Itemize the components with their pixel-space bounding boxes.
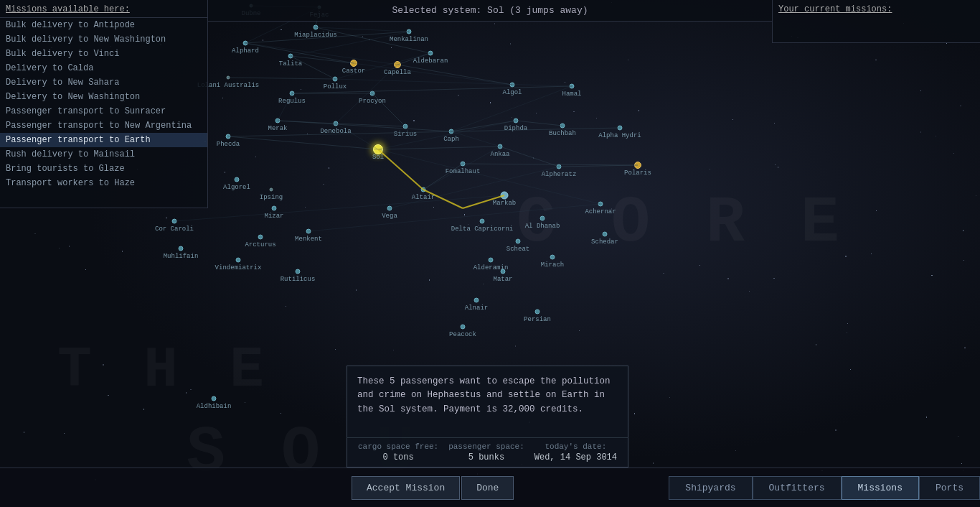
star-node-buchbah[interactable] <box>560 124 565 129</box>
star-node-peacock[interactable] <box>461 325 466 330</box>
star-node-ankaa[interactable] <box>498 144 503 149</box>
star-node-capella[interactable] <box>394 61 401 68</box>
cargo-stat: cargo space free: 0 tons <box>358 442 438 462</box>
mission-item-7[interactable]: Passenger transport to New Argentina <box>0 118 207 133</box>
mission-item-11[interactable]: Transport workers to Haze <box>0 176 207 190</box>
star-node-miaplacidus[interactable] <box>314 25 319 30</box>
mission-list-header: Missions available here: <box>0 0 207 18</box>
current-missions-panel: Your current missions: <box>772 0 980 43</box>
passenger-stat: passenger space: 5 bunks <box>448 442 524 462</box>
star-node-mizar[interactable] <box>272 206 277 211</box>
star-node-merak[interactable] <box>275 118 281 124</box>
star-node-lolani-australis[interactable] <box>227 76 230 80</box>
star-node-muhlifain[interactable] <box>179 246 184 251</box>
star-node-delta-capricorni[interactable] <box>480 219 485 224</box>
mission-item-1[interactable]: Bulk delivery to New Washington <box>0 32 207 47</box>
date-label: today's date: <box>545 442 606 451</box>
date-value: Wed, 14 Sep 3014 <box>534 452 617 462</box>
done-button[interactable]: Done <box>461 476 514 500</box>
star-node-alpheratz[interactable] <box>557 164 562 169</box>
mission-item-3[interactable]: Delivery to Calda <box>0 61 207 75</box>
mission-item-2[interactable]: Bulk delivery to Vinci <box>0 47 207 61</box>
star-node-persian[interactable] <box>535 310 540 315</box>
star-node-al-dhanab[interactable] <box>540 216 545 221</box>
mission-item-5[interactable]: Delivery to New Washington <box>0 90 207 104</box>
action-buttons: Accept Mission Done <box>352 476 514 500</box>
top-header: Selected system: Sol (3 jumps away) <box>208 0 772 22</box>
star-node-regulus[interactable] <box>290 91 295 96</box>
star-node-algorel[interactable] <box>235 177 240 182</box>
star-node-castor[interactable] <box>350 60 357 67</box>
mission-item-8[interactable]: Passenger transport to Earth <box>0 133 207 147</box>
star-node-procyon[interactable] <box>370 91 375 96</box>
star-node-mirach[interactable] <box>550 255 555 260</box>
star-node-rutilicus[interactable] <box>296 269 301 274</box>
shipyards-nav-button[interactable]: Shipyards <box>669 476 752 500</box>
star-node-alpha-hydri[interactable] <box>618 126 623 131</box>
bottom-button-bar: Accept Mission Done Shipyards Outfitters… <box>0 468 980 507</box>
mission-description: These 5 passengers want to escape the po… <box>347 366 628 437</box>
star-node-hamal[interactable] <box>570 84 575 89</box>
star-node-aldebaran[interactable] <box>428 51 433 56</box>
nav-buttons: Shipyards Outfitters Missions Ports <box>669 476 980 500</box>
missions-nav-button[interactable]: Missions <box>842 476 919 500</box>
star-node-alnair[interactable] <box>474 298 479 303</box>
passenger-label: passenger space: <box>448 442 524 451</box>
star-node-diphda[interactable] <box>514 118 519 124</box>
mission-item-9[interactable]: Rush delivery to Mainsail <box>0 147 207 162</box>
current-missions-header: Your current missions: <box>778 4 974 14</box>
outfitters-nav-button[interactable]: Outfitters <box>753 476 842 500</box>
star-node-vega[interactable] <box>387 206 392 211</box>
mission-item-6[interactable]: Passenger transport to Sunracer <box>0 104 207 118</box>
passenger-value: 5 bunks <box>468 452 504 462</box>
mission-item-0[interactable]: Bulk delivery to Antipode <box>0 18 207 32</box>
ports-nav-button[interactable]: Ports <box>919 476 980 500</box>
mission-stats: cargo space free: 0 tons passenger space… <box>347 437 628 468</box>
mission-info-box: These 5 passengers want to escape the po… <box>347 366 628 468</box>
star-node-markab[interactable] <box>501 192 509 200</box>
mission-item-4[interactable]: Delivery to New Sahara <box>0 75 207 90</box>
star-node-algol[interactable] <box>510 83 515 88</box>
star-node-pollux[interactable] <box>333 77 338 82</box>
star-node-denebola[interactable] <box>334 121 339 126</box>
star-node-alderamin[interactable] <box>489 258 494 263</box>
star-node-menkent[interactable] <box>306 229 311 234</box>
star-node-ipsing[interactable] <box>270 188 273 192</box>
accept-mission-button[interactable]: Accept Mission <box>352 476 460 500</box>
mission-item-10[interactable]: Bring tourists to Glaze <box>0 162 207 176</box>
cargo-value: 0 tons <box>382 452 413 462</box>
star-node-alphard[interactable] <box>243 41 248 46</box>
star-node-sol[interactable] <box>373 144 383 154</box>
mission-list-panel: Missions available here: Bulk delivery t… <box>0 0 208 208</box>
star-node-phecda[interactable] <box>226 134 231 139</box>
date-stat: today's date: Wed, 14 Sep 3014 <box>534 442 617 462</box>
star-node-altair[interactable] <box>421 187 426 192</box>
star-node-polaris[interactable] <box>634 162 641 169</box>
star-node-scheat[interactable] <box>516 239 521 244</box>
star-node-caph[interactable] <box>449 129 454 134</box>
star-node-cor-caroli[interactable] <box>172 219 177 224</box>
star-node-matar[interactable] <box>501 269 506 274</box>
star-node-menkalinan[interactable] <box>407 29 412 34</box>
selected-system-label: Selected system: Sol (3 jumps away) <box>392 5 588 16</box>
star-node-vindemiatrix[interactable] <box>236 258 241 263</box>
cargo-label: cargo space free: <box>358 442 438 451</box>
star-node-achernar[interactable] <box>598 202 603 207</box>
star-node-aldhibain[interactable] <box>212 396 217 401</box>
star-node-schedar[interactable] <box>603 232 608 237</box>
star-node-talita[interactable] <box>288 54 293 59</box>
star-node-arcturus[interactable] <box>258 235 263 240</box>
star-node-sirius[interactable] <box>403 124 408 129</box>
star-node-fomalhaut[interactable] <box>461 162 466 167</box>
